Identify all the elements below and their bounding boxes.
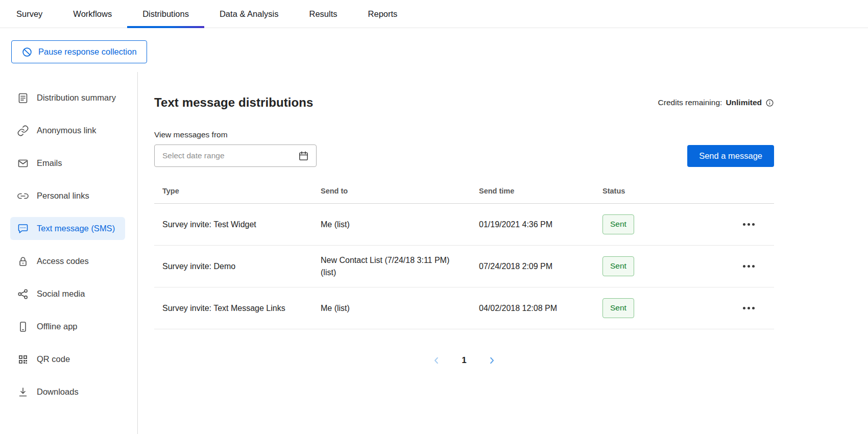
tab-label: Results: [309, 9, 337, 19]
table-row: Survey invite: Test Widget Me (list) 01/…: [154, 204, 774, 246]
lock-icon: [17, 255, 29, 268]
row-more-options-button[interactable]: [742, 219, 756, 230]
envelope-icon: [17, 157, 29, 170]
cell-send-time: 01/19/2021 4:36 PM: [471, 211, 594, 237]
column-header-status: Status: [594, 187, 717, 195]
column-header-type: Type: [154, 187, 312, 195]
sidebar-item-personal-links[interactable]: Personal links: [10, 184, 125, 207]
credits-remaining: Credits remaining: Unlimited: [658, 98, 774, 107]
sidebar-item-emails[interactable]: Emails: [10, 152, 125, 175]
previous-page-button[interactable]: [430, 354, 443, 367]
cell-send-time: 04/02/2018 12:08 PM: [471, 295, 594, 321]
cell-send-time: 07/24/2018 2:09 PM: [471, 253, 594, 279]
page-title: Text message distributions: [154, 95, 314, 110]
cell-actions: [717, 303, 774, 314]
mobile-icon: [17, 321, 29, 333]
column-header-send-time: Send time: [471, 187, 594, 195]
tab-label: Reports: [368, 9, 398, 19]
sidebar-item-label: Distribution summary: [37, 93, 116, 103]
next-page-button[interactable]: [485, 354, 498, 367]
tab-survey[interactable]: Survey: [1, 0, 58, 28]
pause-response-collection-button[interactable]: Pause response collection: [11, 40, 147, 63]
tab-label: Distributions: [142, 9, 189, 19]
sidebar-item-label: Text message (SMS): [37, 224, 115, 233]
sidebar-item-label: Anonymous link: [37, 126, 96, 135]
sidebar-item-anonymous-link[interactable]: Anonymous link: [10, 119, 125, 142]
distributions-table: Type Send to Send time Status Survey inv…: [154, 179, 774, 329]
column-header-send-to: Send to: [312, 187, 471, 195]
cell-actions: [717, 261, 774, 272]
tab-label: Workflows: [73, 9, 112, 19]
cell-type: Survey invite: Test Widget: [154, 211, 312, 237]
table-header-row: Type Send to Send time Status: [154, 179, 774, 204]
tab-distributions[interactable]: Distributions: [127, 0, 204, 28]
date-range-input[interactable]: [161, 151, 298, 161]
cell-status: Sent: [594, 291, 717, 325]
sidebar-item-distribution-summary[interactable]: Distribution summary: [10, 86, 125, 109]
pause-button-label: Pause response collection: [38, 47, 137, 57]
status-badge: Sent: [602, 298, 634, 318]
status-badge: Sent: [602, 256, 634, 276]
cell-status: Sent: [594, 249, 717, 283]
personal-link-icon: [17, 190, 29, 202]
share-icon: [17, 288, 29, 300]
top-nav: Survey Workflows Distributions Data & An…: [0, 0, 868, 28]
chat-bubble-icon: [17, 223, 29, 235]
sidebar-item-qr-code[interactable]: QR code: [10, 348, 125, 371]
row-more-options-button[interactable]: [742, 261, 756, 272]
tab-data-analysis[interactable]: Data & Analysis: [204, 0, 294, 28]
tab-label: Survey: [16, 9, 42, 19]
download-icon: [17, 386, 29, 398]
tab-reports[interactable]: Reports: [353, 0, 413, 28]
cell-send-to: Me (list): [312, 211, 471, 237]
tab-workflows[interactable]: Workflows: [58, 0, 127, 28]
sidebar-item-label: Access codes: [37, 256, 89, 266]
table-row: Survey invite: Demo New Contact List (7/…: [154, 246, 774, 287]
calendar-icon[interactable]: [298, 150, 309, 162]
sidebar-item-access-codes[interactable]: Access codes: [10, 250, 125, 273]
credits-label: Credits remaining:: [658, 98, 722, 107]
cell-send-to: Me (list): [312, 295, 471, 321]
sidebar-item-label: Social media: [37, 289, 85, 299]
sidebar-item-text-message-sms[interactable]: Text message (SMS): [10, 217, 125, 240]
cell-actions: [717, 219, 774, 230]
cell-type: Survey invite: Text Message Links: [154, 295, 312, 321]
qr-code-icon: [17, 353, 29, 366]
row-more-options-button[interactable]: [742, 303, 756, 314]
info-icon[interactable]: [765, 99, 774, 107]
cell-status: Sent: [594, 207, 717, 241]
table-row: Survey invite: Text Message Links Me (li…: [154, 287, 774, 329]
pause-section: Pause response collection: [0, 28, 868, 72]
date-range-field[interactable]: [154, 144, 317, 167]
sidebar-item-offline-app[interactable]: Offline app: [10, 315, 125, 338]
main-content: Text message distributions Credits remai…: [138, 72, 868, 434]
credits-value: Unlimited: [726, 98, 762, 107]
sidebar-item-label: QR code: [37, 354, 70, 364]
sidebar-item-label: Personal links: [37, 191, 89, 201]
tab-label: Data & Analysis: [220, 9, 279, 19]
cell-send-to: New Contact List (7/24/18 3:11 PM) (list…: [312, 247, 471, 285]
sidebar-item-downloads[interactable]: Downloads: [10, 380, 125, 403]
view-messages-label: View messages from: [154, 130, 774, 139]
document-icon: [17, 92, 29, 104]
status-badge: Sent: [602, 214, 634, 234]
prohibition-icon: [21, 46, 33, 58]
sidebar-item-social-media[interactable]: Social media: [10, 282, 125, 305]
sidebar-item-label: Emails: [37, 158, 62, 168]
cell-type: Survey invite: Demo: [154, 253, 312, 279]
tab-results[interactable]: Results: [294, 0, 353, 28]
pagination: 1: [154, 354, 774, 367]
sidebar-item-label: Downloads: [37, 387, 79, 397]
sidebar-item-label: Offline app: [37, 322, 78, 331]
page-number-current[interactable]: 1: [459, 355, 469, 366]
link-icon: [17, 125, 29, 137]
send-a-message-button[interactable]: Send a message: [687, 145, 774, 167]
distribution-sidebar: Distribution summary Anonymous link Emai…: [0, 72, 138, 434]
